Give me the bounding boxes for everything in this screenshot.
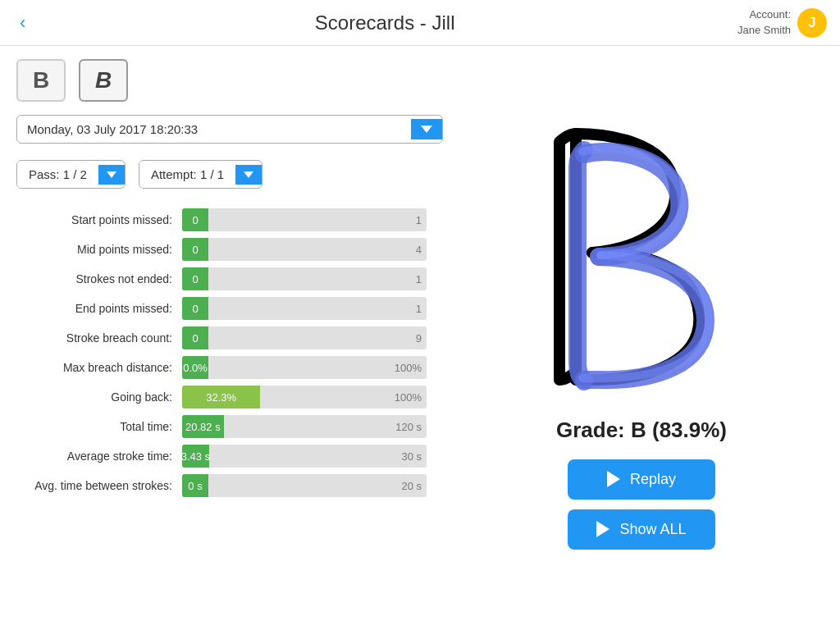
metric-bar-container: 09 — [182, 326, 427, 349]
metric-bar-fill: 0 — [182, 238, 208, 261]
metric-bar-container: 0.0%100% — [182, 356, 427, 379]
page-title: Scorecards - Jill — [315, 11, 455, 34]
metric-bar-container: 01 — [182, 267, 427, 290]
metric-label: Total time: — [16, 420, 172, 433]
back-button[interactable]: ‹ — [13, 9, 32, 37]
date-selector[interactable]: Monday, 03 July 2017 18:20:33 — [16, 115, 443, 144]
attempt-dropdown-button[interactable] — [235, 165, 262, 185]
metric-bar-fill: 0.0% — [182, 356, 208, 379]
selectors-row: Pass: 1 / 2 Attempt: 1 / 1 — [16, 160, 427, 189]
metric-bar-max: 30 s — [401, 450, 422, 463]
metric-bar-max: 1 — [416, 214, 422, 226]
metric-bar-value: 0 — [187, 244, 203, 256]
metric-row: Stroke breach count:09 — [16, 326, 427, 349]
metric-bar-container: 0 s20 s — [182, 474, 427, 497]
metric-bar-max: 20 s — [401, 480, 422, 492]
metric-bar-value: 0 — [187, 303, 203, 315]
metric-bar-value: 0.0% — [182, 362, 212, 374]
metric-bar-fill: 0 — [182, 208, 208, 231]
letter-buttons-row: B B — [16, 59, 427, 102]
metric-bar-container: 01 — [182, 297, 427, 320]
metric-bar-value: 32.3% — [201, 391, 241, 404]
metric-bar-max: 100% — [395, 391, 422, 404]
metric-bar-fill: 0 — [182, 267, 208, 290]
metric-bar-container: 32.3%100% — [182, 386, 427, 409]
pass-arrow-icon — [107, 171, 116, 178]
metric-bar-value: 0 s — [183, 480, 207, 492]
metric-label: Average stroke time: — [16, 450, 172, 463]
metric-bar-value: 3.43 s — [182, 450, 215, 463]
metrics-list: Start points missed:01Mid points missed:… — [16, 208, 427, 497]
header: ‹ Scorecards - Jill Account: Jane Smith … — [0, 0, 840, 46]
metric-bar-fill: 0 — [182, 297, 208, 320]
metric-label: Max breach distance: — [16, 361, 172, 374]
main-content: B B Monday, 03 July 2017 18:20:33 Pass: … — [0, 46, 840, 630]
metric-row: Average stroke time:3.43 s30 s — [16, 445, 427, 468]
metric-label: End points missed: — [16, 302, 172, 315]
dropdown-arrow-icon — [421, 126, 432, 133]
grade-display: Grade: B (83.9%) — [556, 418, 727, 443]
metric-label: Strokes not ended: — [16, 272, 172, 285]
replay-play-icon — [607, 471, 620, 487]
metric-row: Avg. time between strokes:0 s20 s — [16, 474, 427, 497]
metric-label: Mid points missed: — [16, 243, 172, 256]
metric-bar-max: 1 — [416, 303, 422, 315]
date-value: Monday, 03 July 2017 18:20:33 — [17, 116, 411, 143]
account-label: Account: — [737, 7, 791, 22]
metric-label: Stroke breach count: — [16, 331, 172, 345]
metric-bar-fill: 32.3% — [182, 386, 260, 409]
letter-button-0[interactable]: B — [16, 59, 66, 102]
metric-row: Start points missed:01 — [16, 208, 427, 231]
attempt-arrow-icon — [244, 171, 253, 178]
pass-label: Pass: 1 / 2 — [17, 161, 98, 188]
metric-row: Total time:20.82 s120 s — [16, 415, 427, 438]
metric-bar-max: 120 s — [395, 421, 422, 433]
metric-bar-max: 9 — [416, 332, 422, 345]
metric-row: Strokes not ended:01 — [16, 267, 427, 290]
metric-row: Going back:32.3%100% — [16, 386, 427, 409]
metric-label: Start points missed: — [16, 213, 172, 226]
date-dropdown-button[interactable] — [411, 119, 442, 139]
metric-bar-value: 0 — [187, 332, 203, 345]
pass-selector[interactable]: Pass: 1 / 2 — [16, 160, 126, 189]
metric-bar-container: 3.43 s30 s — [182, 445, 427, 468]
letter-button-1[interactable]: B — [79, 59, 128, 102]
show-all-button[interactable]: Show ALL — [568, 509, 715, 550]
metric-bar-fill: 20.82 s — [182, 415, 224, 438]
metric-bar-fill: 0 s — [182, 474, 208, 497]
metric-row: End points missed:01 — [16, 297, 427, 320]
metric-bar-max: 1 — [416, 273, 422, 285]
metric-bar-container: 04 — [182, 238, 427, 261]
replay-button[interactable]: Replay — [568, 459, 715, 500]
metric-bar-value: 20.82 s — [182, 421, 226, 433]
metric-label: Going back: — [16, 390, 172, 404]
avatar: J — [797, 8, 827, 38]
metric-bar-value: 0 — [187, 214, 203, 226]
account-name: Jane Smith — [737, 23, 791, 38]
metric-bar-container: 20.82 s120 s — [182, 415, 427, 438]
metric-label: Avg. time between strokes: — [16, 479, 172, 492]
metric-row: Max breach distance:0.0%100% — [16, 356, 427, 379]
metric-bar-value: 0 — [187, 273, 203, 285]
right-panel: Grade: B (83.9%) Replay Show ALL — [443, 46, 840, 630]
metric-row: Mid points missed:04 — [16, 238, 427, 261]
attempt-selector[interactable]: Attempt: 1 / 1 — [139, 160, 262, 189]
show-all-play-icon — [596, 521, 609, 537]
metric-bar-fill: 0 — [182, 326, 208, 349]
metric-bar-max: 4 — [416, 244, 422, 256]
replay-label: Replay — [630, 471, 676, 488]
letter-svg — [510, 117, 773, 396]
metric-bar-max: 100% — [395, 362, 422, 374]
letter-preview — [502, 109, 781, 404]
attempt-label: Attempt: 1 / 1 — [139, 161, 235, 188]
show-all-label: Show ALL — [619, 521, 686, 538]
metric-bar-container: 01 — [182, 208, 427, 231]
pass-dropdown-button[interactable] — [98, 165, 125, 185]
metric-bar-fill: 3.43 s — [182, 445, 209, 468]
account-text: Account: Jane Smith — [737, 7, 791, 37]
left-panel: B B Monday, 03 July 2017 18:20:33 Pass: … — [0, 46, 443, 630]
account-info: Account: Jane Smith J — [737, 7, 827, 37]
